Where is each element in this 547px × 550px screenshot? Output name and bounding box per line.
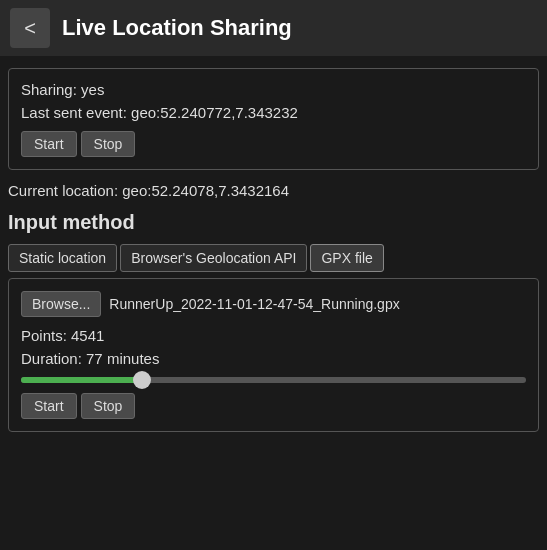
sharing-status: Sharing: yes — [21, 81, 526, 98]
file-row: Browse... RunnerUp_2022-11-01-12-47-54_R… — [21, 291, 526, 317]
gpx-start-button[interactable]: Start — [21, 393, 77, 419]
sharing-btn-row: Start Stop — [21, 131, 526, 157]
browse-button[interactable]: Browse... — [21, 291, 101, 317]
tab-static-location[interactable]: Static location — [8, 244, 117, 272]
gpx-panel: Browse... RunnerUp_2022-11-01-12-47-54_R… — [8, 278, 539, 432]
gpx-duration: Duration: 77 minutes — [21, 350, 526, 367]
tab-geolocation-api[interactable]: Browser's Geolocation API — [120, 244, 307, 272]
sharing-panel: Sharing: yes Last sent event: geo:52.240… — [8, 68, 539, 170]
gpx-stop-button[interactable]: Stop — [81, 393, 136, 419]
gpx-btn-row: Start Stop — [21, 393, 526, 419]
last-sent-event: Last sent event: geo:52.240772,7.343232 — [21, 104, 526, 121]
slider-track — [21, 377, 526, 383]
slider-fill — [21, 377, 142, 383]
input-method-tabs: Static location Browser's Geolocation AP… — [8, 244, 539, 272]
gpx-points: Points: 4541 — [21, 327, 526, 344]
sharing-start-button[interactable]: Start — [21, 131, 77, 157]
tab-gpx-file[interactable]: GPX file — [310, 244, 383, 272]
back-button[interactable]: < — [10, 8, 50, 48]
input-method-title: Input method — [8, 211, 539, 234]
page-title: Live Location Sharing — [62, 15, 292, 41]
gpx-filename: RunnerUp_2022-11-01-12-47-54_Running.gpx — [109, 296, 399, 312]
gpx-slider-container — [21, 377, 526, 383]
header: < Live Location Sharing — [0, 0, 547, 56]
sharing-stop-button[interactable]: Stop — [81, 131, 136, 157]
current-location: Current location: geo:52.24078,7.3432164 — [8, 182, 539, 199]
slider-thumb[interactable] — [133, 371, 151, 389]
